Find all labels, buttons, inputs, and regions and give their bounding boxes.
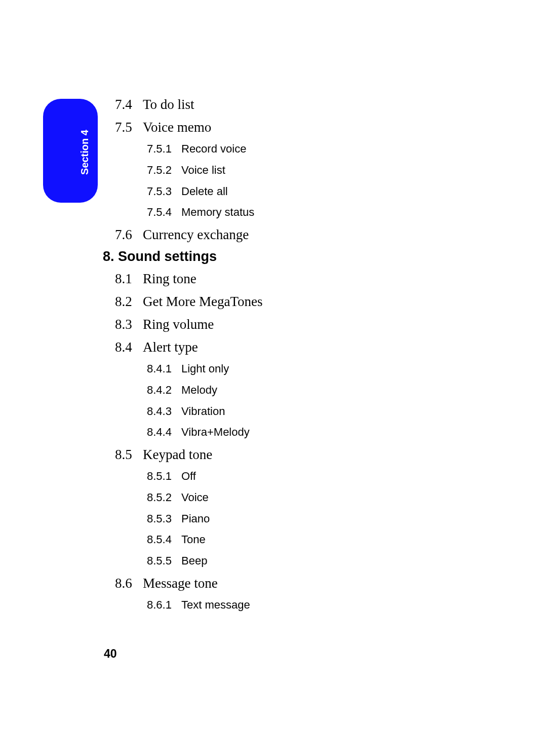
submenu-item: 8.5.3Piano <box>147 511 470 526</box>
menu-num: 8.6 <box>115 575 143 592</box>
submenu-item: 8.4.1Light only <box>147 361 470 376</box>
menu-item: 8.5Keypad tone <box>115 446 470 464</box>
submenu-num: 8.5.5 <box>147 553 181 569</box>
menu-num: 7.6 <box>115 226 143 244</box>
submenu-item: 8.5.5Beep <box>147 553 470 569</box>
section-heading: 8. Sound settings <box>103 249 470 264</box>
submenu-num: 8.5.1 <box>147 469 181 484</box>
menu-item: 8.4Alert type <box>115 338 470 356</box>
submenu-item: 8.4.3Vibration <box>147 404 470 419</box>
menu-label: Ring tone <box>143 271 197 286</box>
submenu-num: 7.5.4 <box>147 205 181 220</box>
submenu-label: Memory status <box>181 206 254 218</box>
submenu-label: Light only <box>181 362 229 375</box>
submenu-label: Vibration <box>181 405 225 418</box>
menu-label: Get More MegaTones <box>143 294 263 309</box>
menu-item: 7.6Currency exchange <box>115 226 470 244</box>
submenu-num: 7.5.2 <box>147 163 181 178</box>
submenu-num: 7.5.3 <box>147 184 181 199</box>
submenu-num: 8.5.4 <box>147 532 181 547</box>
submenu-item: 7.5.3Delete all <box>147 184 470 199</box>
menu-label: Keypad tone <box>143 447 212 462</box>
menu-num: 7.4 <box>115 96 143 114</box>
menu-label: Currency exchange <box>143 227 249 242</box>
submenu-label: Off <box>181 470 196 482</box>
submenu-label: Beep <box>181 554 207 567</box>
menu-num: 8.3 <box>115 316 143 333</box>
submenu-item: 7.5.1Record voice <box>147 141 470 157</box>
submenu-num: 8.4.3 <box>147 404 181 419</box>
submenu-item: 7.5.2Voice list <box>147 163 470 178</box>
submenu-item: 8.5.4Tone <box>147 532 470 547</box>
menu-num: 8.4 <box>115 338 143 356</box>
section-tab: Section 4 <box>43 99 98 203</box>
menu-label: Voice memo <box>143 120 211 135</box>
submenu-num: 8.6.1 <box>147 597 181 613</box>
submenu-num: 7.5.1 <box>147 141 181 157</box>
menu-tree-content: 7.4To do list 7.5Voice memo 7.5.1Record … <box>115 96 470 618</box>
menu-num: 8.2 <box>115 293 143 311</box>
submenu-num: 8.4.4 <box>147 425 181 440</box>
submenu-label: Melody <box>181 384 217 396</box>
menu-item: 8.6Message tone <box>115 575 470 592</box>
submenu-item: 8.4.2Melody <box>147 383 470 398</box>
submenu-label: Text message <box>181 598 250 611</box>
menu-item: 8.3Ring volume <box>115 316 470 333</box>
menu-num: 8.1 <box>115 270 143 288</box>
submenu-num: 8.5.3 <box>147 511 181 526</box>
submenu-item: 8.5.2Voice <box>147 490 470 505</box>
menu-label: Ring volume <box>143 317 214 332</box>
submenu-num: 8.4.1 <box>147 361 181 376</box>
menu-item: 7.5Voice memo <box>115 119 470 136</box>
submenu-num: 8.5.2 <box>147 490 181 505</box>
menu-label: Message tone <box>143 576 218 591</box>
submenu-item: 8.4.4Vibra+Melody <box>147 425 470 440</box>
submenu-label: Vibra+Melody <box>181 426 250 438</box>
submenu-label: Voice list <box>181 164 225 176</box>
menu-label: Alert type <box>143 339 198 355</box>
menu-num: 7.5 <box>115 119 143 136</box>
submenu-item: 7.5.4Memory status <box>147 205 470 220</box>
submenu-item: 8.5.1Off <box>147 469 470 484</box>
submenu-label: Piano <box>181 512 210 525</box>
submenu-label: Record voice <box>181 142 246 155</box>
submenu-label: Delete all <box>181 185 228 198</box>
page-number: 40 <box>104 647 117 661</box>
submenu-num: 8.4.2 <box>147 383 181 398</box>
submenu-label: Voice <box>181 491 209 504</box>
menu-label: To do list <box>143 97 194 112</box>
menu-num: 8.5 <box>115 446 143 464</box>
submenu-label: Tone <box>181 533 206 546</box>
menu-item: 7.4To do list <box>115 96 470 114</box>
menu-item: 8.2Get More MegaTones <box>115 293 470 311</box>
section-tab-label: Section 4 <box>79 130 91 175</box>
menu-item: 8.1Ring tone <box>115 270 470 288</box>
submenu-item: 8.6.1Text message <box>147 597 470 613</box>
